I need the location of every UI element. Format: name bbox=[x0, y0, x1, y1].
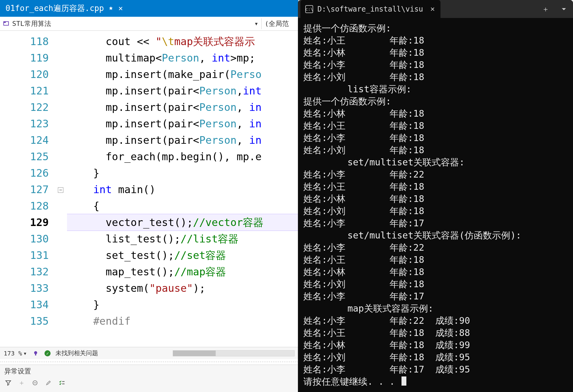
zoom-level[interactable]: 173 % ▾ bbox=[4, 350, 27, 357]
code-line[interactable]: mp.insert(pair<Person,int bbox=[67, 83, 298, 99]
svg-point-2 bbox=[34, 351, 37, 354]
line-number: 120 bbox=[0, 66, 49, 83]
code-line[interactable]: } bbox=[67, 296, 298, 313]
editor-tab-active[interactable]: 01for_each遍历容器.cpp bbox=[0, 0, 129, 17]
code-text[interactable]: cout << "\tmap关联式容器示 multimap<Person, in… bbox=[67, 31, 298, 347]
line-number: 119 bbox=[0, 50, 49, 66]
svg-rect-1 bbox=[4, 22, 6, 23]
ide-window: 01for_each遍历容器.cpp STL常用算法 ▾ (全局范 118119… bbox=[0, 0, 299, 392]
check-ok-icon: ✓ bbox=[44, 350, 51, 356]
scope-dropdown-label: STL常用算法 bbox=[12, 19, 51, 28]
code-line[interactable]: multimap<Person, int>mp; bbox=[67, 50, 298, 66]
code-line[interactable]: system("pause"); bbox=[67, 280, 298, 296]
horizontal-scrollbar[interactable] bbox=[103, 350, 295, 356]
terminal-cursor bbox=[401, 376, 406, 386]
terminal-icon: c:\ bbox=[305, 5, 313, 13]
checklist-icon[interactable] bbox=[58, 379, 66, 387]
scope-dropdown-global[interactable]: (全局范 bbox=[262, 18, 298, 29]
code-line[interactable]: mp.insert(pair<Person, in bbox=[67, 115, 298, 132]
svg-rect-3 bbox=[35, 354, 36, 355]
terminal-titlebar: c:\ D:\software_install\visual_stu ＋ bbox=[298, 0, 573, 18]
code-line[interactable]: } bbox=[67, 165, 298, 181]
code-line[interactable]: mp.insert(pair<Person, in bbox=[67, 132, 298, 148]
line-number: 134 bbox=[0, 296, 49, 313]
line-number: 133 bbox=[0, 280, 49, 296]
code-line[interactable]: for_each(mp.begin(), mp.e bbox=[67, 148, 298, 165]
editor-tabbar: 01for_each遍历容器.cpp bbox=[0, 0, 298, 17]
pin-icon[interactable] bbox=[108, 6, 114, 11]
filter-icon[interactable] bbox=[4, 379, 12, 387]
line-number: 129 bbox=[0, 214, 49, 231]
scope-dropdown-namespace[interactable]: STL常用算法 ▾ bbox=[0, 18, 262, 29]
exceptions-panel: 异常设置 ＋ bbox=[0, 365, 298, 392]
zoom-value: 173 % bbox=[4, 350, 22, 357]
code-line[interactable]: #endif bbox=[67, 313, 298, 329]
line-number: 125 bbox=[0, 148, 49, 165]
code-line[interactable]: mp.insert(make_pair(Perso bbox=[67, 66, 298, 83]
line-number: 135 bbox=[0, 313, 49, 329]
line-number: 124 bbox=[0, 132, 49, 148]
fold-toggle-icon[interactable]: − bbox=[58, 187, 63, 193]
editor-statusbar: 173 % ▾ ✓ 未找到相关问题 bbox=[0, 347, 298, 359]
code-line[interactable]: { bbox=[67, 198, 298, 214]
chevron-down-icon: ▾ bbox=[23, 350, 27, 357]
line-number: 126 bbox=[0, 165, 49, 181]
exceptions-panel-title: 异常设置 bbox=[4, 367, 294, 376]
line-number: 131 bbox=[0, 247, 49, 263]
line-number-gutter: 1181191201211221231241251261271281291301… bbox=[0, 31, 58, 347]
line-number: 132 bbox=[0, 263, 49, 280]
code-line[interactable]: cout << "\tmap关联式容器示 bbox=[67, 33, 298, 50]
code-line[interactable]: list_test();//list容器 bbox=[67, 231, 298, 247]
split-dropdown-icon[interactable] bbox=[555, 0, 573, 18]
line-number: 118 bbox=[0, 33, 49, 50]
terminal-tab-title: D:\software_install\visual_stu bbox=[317, 5, 423, 13]
new-tab-button[interactable]: ＋ bbox=[536, 0, 555, 18]
fold-column: − bbox=[58, 31, 67, 347]
line-number: 122 bbox=[0, 99, 49, 115]
code-line[interactable]: mp.insert(pair<Person, in bbox=[67, 99, 298, 115]
line-number: 123 bbox=[0, 115, 49, 132]
terminal-tab[interactable]: c:\ D:\software_install\visual_stu bbox=[300, 0, 440, 18]
namespace-icon bbox=[3, 20, 10, 27]
pencil-icon[interactable] bbox=[44, 379, 52, 387]
close-icon[interactable] bbox=[430, 5, 435, 13]
code-line[interactable]: map_test();//map容器 bbox=[67, 263, 298, 280]
issues-status-text: 未找到相关问题 bbox=[55, 349, 98, 357]
panel-grip[interactable] bbox=[0, 360, 298, 363]
code-line[interactable]: vector_test();//vector容器 bbox=[67, 214, 298, 231]
lightbulb-icon[interactable] bbox=[32, 349, 40, 357]
terminal-window: c:\ D:\software_install\visual_stu ＋ 提供一… bbox=[298, 0, 573, 392]
line-number: 127 bbox=[0, 181, 49, 198]
chevron-down-icon: ▾ bbox=[254, 20, 258, 27]
scope-dropdown-global-label: (全局范 bbox=[265, 19, 289, 28]
line-number: 128 bbox=[0, 198, 49, 214]
line-number: 121 bbox=[0, 83, 49, 99]
tab-filename: 01for_each遍历容器.cpp bbox=[5, 3, 104, 14]
minus-circle-icon[interactable] bbox=[31, 379, 39, 387]
terminal-output[interactable]: 提供一个仿函数示例: 姓名:小王 年龄:18 姓名:小林 年龄:18 姓名:小李… bbox=[298, 18, 573, 392]
close-icon[interactable] bbox=[118, 6, 123, 11]
line-number: 130 bbox=[0, 231, 49, 247]
code-line[interactable]: int main() bbox=[67, 181, 298, 198]
scope-bar: STL常用算法 ▾ (全局范 bbox=[0, 17, 298, 31]
code-line[interactable]: set_test();//set容器 bbox=[67, 247, 298, 263]
code-area[interactable]: 1181191201211221231241251261271281291301… bbox=[0, 31, 298, 347]
plus-icon[interactable]: ＋ bbox=[18, 379, 26, 387]
